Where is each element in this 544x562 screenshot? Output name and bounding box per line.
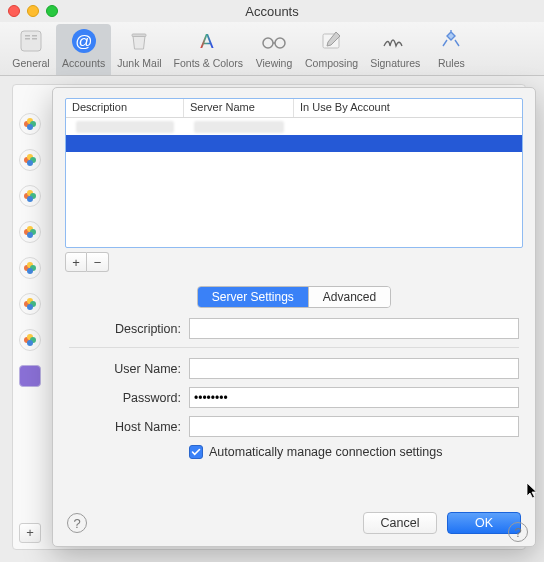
description-field[interactable] [189,318,519,339]
close-window-button[interactable] [8,5,20,17]
svg-point-15 [27,124,33,130]
account-list-item[interactable] [19,329,41,351]
svg-point-35 [27,304,33,310]
checkbox-checked-icon[interactable] [189,445,203,459]
toolbar-accounts[interactable]: @ Accounts [56,24,111,75]
sheet-footer: ? Cancel OK [53,500,535,546]
account-list-item[interactable] [19,185,41,207]
signature-icon [380,26,410,56]
account-list-item[interactable] [19,221,41,243]
svg-point-39 [27,340,33,346]
cancel-button[interactable]: Cancel [363,512,437,534]
column-header-server[interactable]: Server Name [184,99,294,117]
preferences-toolbar: General @ Accounts Junk Mail A Fonts & C… [0,22,544,76]
trash-icon [124,26,154,56]
svg-rect-1 [25,35,30,37]
svg-point-23 [27,196,33,202]
account-list-item[interactable] [19,365,41,387]
column-header-description[interactable]: Description [66,99,184,117]
svg-point-31 [27,268,33,274]
help-button[interactable]: ? [67,513,87,533]
toolbar-label: Fonts & Colors [174,57,243,69]
window-controls [8,5,58,17]
fonts-icon: A [193,26,223,56]
svg-point-9 [263,38,273,48]
add-remove-buttons: + − [65,252,523,272]
toolbar-label: Junk Mail [117,57,161,69]
server-form: Description: User Name: Password: Host N… [69,318,519,459]
account-list-item[interactable] [19,257,41,279]
toolbar-fonts[interactable]: A Fonts & Colors [168,24,249,75]
svg-rect-7 [132,34,146,37]
toolbar-general[interactable]: General [6,24,56,75]
tabs-segmented-control: Server Settings Advanced [197,286,391,308]
table-body[interactable] [66,118,522,247]
server-settings-sheet: Description Server Name In Use By Accoun… [52,87,536,547]
remove-server-button[interactable]: − [87,252,109,272]
toolbar-junk[interactable]: Junk Mail [111,24,167,75]
tab-server-settings[interactable]: Server Settings [198,287,308,307]
password-field[interactable] [189,387,519,408]
compose-icon [317,26,347,56]
hostname-field[interactable] [189,416,519,437]
general-icon [16,26,46,56]
rules-icon [436,26,466,56]
toolbar-composing[interactable]: Composing [299,24,364,75]
svg-rect-0 [21,31,41,51]
password-label: Password: [69,391,181,405]
minimize-window-button[interactable] [27,5,39,17]
table-row[interactable] [66,118,522,135]
divider [69,347,519,348]
toolbar-signatures[interactable]: Signatures [364,24,426,75]
window-title: Accounts [0,4,544,19]
svg-text:@: @ [75,32,92,51]
svg-text:A: A [201,30,215,52]
title-bar: Accounts [0,0,544,22]
toolbar-label: Viewing [256,57,293,69]
toolbar-label: Accounts [62,57,105,69]
svg-point-27 [27,232,33,238]
toolbar-viewing[interactable]: Viewing [249,24,299,75]
glasses-icon [259,26,289,56]
account-list-item[interactable] [19,293,41,315]
toolbar-label: Composing [305,57,358,69]
toolbar-label: Signatures [370,57,420,69]
tab-advanced[interactable]: Advanced [308,287,390,307]
column-header-inuse[interactable]: In Use By Account [294,99,522,117]
auto-manage-row[interactable]: Automatically manage connection settings [189,445,519,459]
svg-rect-3 [32,35,37,37]
help-button[interactable]: ? [508,522,528,542]
account-list-item[interactable] [19,113,41,135]
svg-rect-4 [32,38,37,40]
svg-rect-2 [25,38,30,40]
at-icon: @ [69,26,99,56]
username-field[interactable] [189,358,519,379]
svg-point-19 [27,160,33,166]
servers-table: Description Server Name In Use By Accoun… [65,98,523,248]
description-label: Description: [69,322,181,336]
toolbar-label: Rules [438,57,465,69]
account-list-item[interactable] [19,149,41,171]
zoom-window-button[interactable] [46,5,58,17]
auto-manage-label: Automatically manage connection settings [209,445,442,459]
add-server-button[interactable]: + [65,252,87,272]
toolbar-rules[interactable]: Rules [426,24,476,75]
add-account-button[interactable]: + [19,523,41,543]
cursor-icon [526,482,540,500]
hostname-label: Host Name: [69,420,181,434]
table-row[interactable] [66,135,522,152]
svg-point-10 [275,38,285,48]
table-header: Description Server Name In Use By Accoun… [66,99,522,118]
toolbar-label: General [12,57,49,69]
username-label: User Name: [69,362,181,376]
